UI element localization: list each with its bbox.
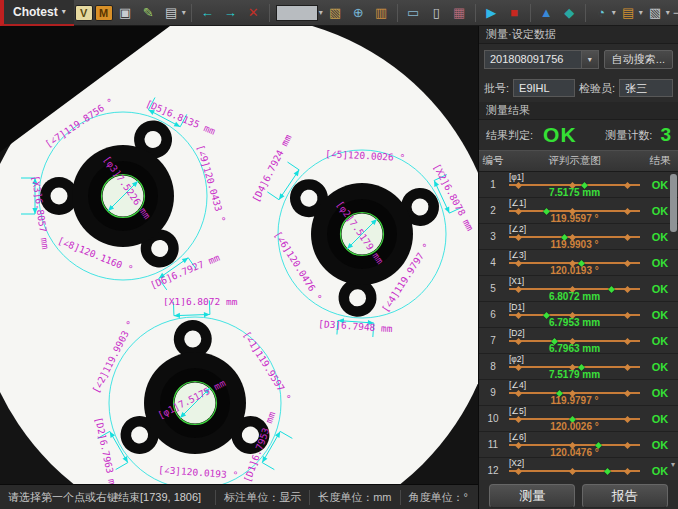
play-icon[interactable]: ▶ [481,2,502,24]
table-row[interactable]: 11[∠6]120.0476 °OK [479,432,678,458]
action-buttons: 测量 报告 [479,480,678,509]
print-icon[interactable]: ▤ [161,2,182,24]
image-icon[interactable]: ▧ [325,2,346,24]
batch-field[interactable]: E9IHL [513,79,575,97]
chevron-down-icon[interactable]: ▾ [639,8,643,17]
table-row[interactable]: 1[φ1]7.5175 mmOK [479,172,678,198]
table-row[interactable]: 5[X1]6.8072 mmOK [479,276,678,302]
save-icon[interactable]: ▣ [115,2,136,24]
timer-icon[interactable]: ◔ [591,2,612,24]
edit-icon[interactable]: ✎ [138,2,159,24]
chevron-down-icon[interactable]: ▾ [612,8,616,17]
result-badge: OK [642,328,678,353]
result-badge: OK [642,354,678,379]
tolerance-line [509,366,640,368]
dataset-combobox[interactable]: 201808091756 ▾ [484,50,599,69]
search-icon[interactable]: ⊕ [348,2,369,24]
table-row[interactable]: 4[∠3]120.0193 °OK [479,250,678,276]
batch-label: 批号: [484,81,509,96]
report-button[interactable]: 报告 [582,484,668,508]
tolerance-tick [624,467,631,474]
chevron-down-icon[interactable]: ▾ [319,8,323,17]
toolbar-icons: VM▣✎▤▾←→✕▾▧⊕▥▭▯▦▶■▲◆◔▾▤▾▧▾ [74,2,671,24]
record-icon[interactable]: ■ [504,2,525,24]
feature-label: [∠6] [509,432,526,442]
table-row[interactable]: 6[D1]6.7953 mmOK [479,302,678,328]
inspector-field[interactable]: 张三 [619,79,673,97]
measured-value: 6.7953 mm [507,317,642,328]
table-row[interactable]: 9[∠4]119.9797 °OK [479,380,678,406]
table-row[interactable]: 2[∠1]119.9597 °OK [479,198,678,224]
result-badge: OK [642,432,678,457]
row-number: 3 [479,224,507,249]
row-number: 9 [479,380,507,405]
undo-arrow-icon[interactable]: ← [197,2,218,24]
scrollbar-thumb[interactable] [670,174,677,232]
table-row[interactable]: 7[D2]6.7963 mmOK [479,328,678,354]
feature-label: [φ2] [509,354,524,364]
marquee-icon[interactable]: ▯ [426,2,447,24]
dataset-row: 201808091756 ▾ 自动搜索... [479,44,678,74]
feature-label: [D2] [509,328,525,338]
measured-value: 120.0026 ° [507,421,642,432]
table-row[interactable]: 8[φ2]7.5179 mmOK [479,354,678,380]
result-badge: OK [642,250,678,275]
results-table: 编号 评判示意图 结果 1[φ1]7.5175 mmOK2[∠1]119.959… [479,150,678,509]
tolerance-diagram: [D2]6.7963 mm [507,328,642,353]
film-icon[interactable]: ▦ [449,2,470,24]
measured-value: 119.9903 ° [507,239,642,250]
result-badge: OK [642,302,678,327]
tolerance-diagram: [∠5]120.0026 ° [507,406,642,431]
header-number: 编号 [479,154,507,168]
tolerance-line [509,210,640,212]
delete-icon[interactable]: ✕ [243,2,264,24]
m-folder-icon[interactable]: M [95,5,113,21]
main-area: [D5]6.8135 mm[∠7]119.8756 °[∠9]120.0433 … [0,26,678,509]
magnification-combobox[interactable] [276,5,318,21]
tolerance-diagram: [φ1]7.5175 mm [507,172,642,197]
section-title-settings: 测量·设定数据 [479,26,678,44]
lamp-icon[interactable]: ▭ [403,2,424,24]
table-row[interactable]: 10[∠5]120.0026 °OK [479,406,678,432]
capture-blue-icon[interactable]: ▲ [536,2,557,24]
minimize-button[interactable]: − [673,4,678,22]
dataset-value: 201808091756 [485,53,581,65]
feature-label: [∠3] [509,250,526,260]
table-row[interactable]: 3[∠2]119.9903 °OK [479,224,678,250]
app-menu-label: Chotest [13,5,58,19]
row-number: 5 [479,276,507,301]
v-file-icon[interactable]: V [75,5,93,21]
measured-value: 6.7963 mm [507,343,642,354]
tolerance-diagram: [∠2]119.9903 ° [507,224,642,249]
measured-value: 120.0476 ° [507,447,642,458]
auto-search-button[interactable]: 自动搜索... [604,50,673,69]
tolerance-line [509,470,640,472]
capture-teal-icon[interactable]: ◆ [559,2,580,24]
tolerance-diagram: [∠4]119.9797 ° [507,380,642,405]
screen-icon[interactable]: ▧ [645,2,666,24]
row-number: 12 [479,458,507,480]
scrollbar-down-arrow[interactable]: ▾ [669,460,677,469]
camera-viewport: [D5]6.8135 mm[∠7]119.8756 °[∠9]120.0433 … [0,26,478,509]
tolerance-line [509,288,640,290]
length-unit: 长度单位：mm [309,490,399,505]
chevron-down-icon[interactable]: ▾ [581,51,598,68]
verdict-row: 结果判定: OK 测量计数: 3 [479,120,678,150]
verdict-label: 结果判定: [486,128,533,143]
tolerance-line [509,236,640,238]
histogram-icon[interactable]: ▥ [371,2,392,24]
verdict-value: OK [543,123,577,147]
section-title-results: 测量结果 [479,102,678,120]
app-menu-button[interactable]: Chotest ▾ [0,0,74,26]
table-row[interactable]: 12[X2]OK [479,458,678,480]
chevron-down-icon[interactable]: ▾ [666,8,670,17]
measure-button[interactable]: 测量 [489,484,575,508]
redo-arrow-icon[interactable]: → [220,2,241,24]
camera-view[interactable]: [D5]6.8135 mm[∠7]119.8756 °[∠9]120.0433 … [0,26,478,484]
measured-value: 7.5179 mm [507,369,642,380]
layers-icon[interactable]: ▤ [618,2,639,24]
toolbar-separator [397,4,398,22]
chevron-down-icon[interactable]: ▾ [182,8,186,17]
tolerance-diagram: [∠6]120.0476 ° [507,432,642,457]
status-message: 请选择第一个点或右键结束 [8,490,140,505]
